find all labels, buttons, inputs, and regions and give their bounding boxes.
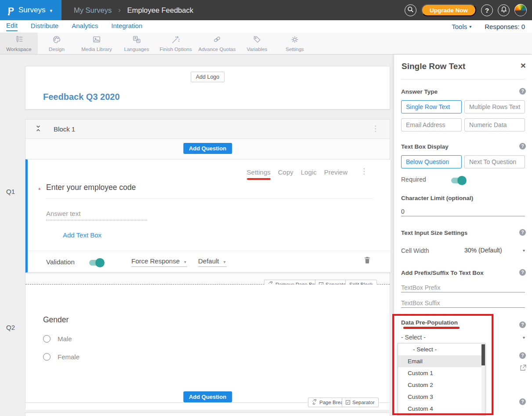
svg-text:A: A — [138, 39, 140, 42]
answer-option-male: Male — [43, 335, 72, 343]
answer-type-single-row[interactable]: Single Row Text — [401, 100, 462, 113]
help-icon[interactable]: ? — [519, 352, 526, 359]
dropdown-option-email[interactable]: Email — [398, 355, 482, 367]
block-title[interactable]: Block 1 — [54, 125, 75, 133]
answer-text-input[interactable] — [46, 209, 147, 220]
display-below-question[interactable]: Below Question — [401, 155, 462, 168]
dropdown-option-custom2[interactable]: Custom 2 — [398, 379, 482, 391]
answer-type-numeric[interactable]: Numeric Data — [464, 118, 525, 131]
user-avatar[interactable] — [514, 4, 527, 16]
toolbar-item-variables[interactable]: Variables — [238, 33, 276, 54]
question-menu-dots-icon[interactable]: ⋮ — [360, 168, 368, 175]
force-response-select[interactable]: Force Response ▾ — [131, 257, 187, 267]
answer-type-multiple-rows[interactable]: Multiple Rows Text — [464, 100, 525, 113]
chevron-down-icon: ▾ — [469, 24, 471, 29]
answer-option-female: Female — [43, 353, 80, 361]
dropdown-option-custom3[interactable]: Custom 3 — [398, 391, 482, 403]
add-question-button-bottom[interactable]: Add Question — [183, 391, 232, 402]
add-logo-button[interactable]: Add Logo — [191, 72, 225, 82]
dropdown-option-select[interactable]: - Select - — [398, 343, 482, 355]
help-icon[interactable]: ? — [519, 88, 526, 95]
data-prepopulation-select[interactable]: - Select - — [401, 334, 525, 341]
survey-title[interactable]: Feedback Q3 2020 — [43, 92, 120, 102]
cell-width-label: Cell Width — [401, 247, 429, 254]
bell-icon — [501, 6, 507, 14]
top-actions: Upgrade Now ? — [405, 4, 532, 16]
toolbar-item-media-library[interactable]: Media Library — [76, 33, 118, 54]
required-label: Required — [401, 176, 426, 183]
question-number-q2: Q2 — [6, 324, 15, 331]
annotation-underline — [403, 327, 460, 329]
search-button[interactable] — [405, 4, 416, 16]
separator-label: Separator — [352, 400, 375, 405]
separator-button-bottom[interactable]: ✓ Separator — [342, 398, 379, 407]
answer-type-email[interactable]: Email Address — [401, 118, 462, 131]
chevron-down-icon[interactable]: ▾ — [523, 248, 525, 253]
dropdown-scrollbar-thumb[interactable] — [481, 344, 485, 365]
default-select[interactable]: Default ▾ — [198, 257, 227, 267]
toolbar-item-workspace[interactable]: Workspace — [0, 33, 38, 54]
chevron-down-icon[interactable]: ▾ — [523, 335, 525, 340]
tab-question-copy[interactable]: Copy — [278, 168, 293, 180]
tab-analytics[interactable]: Analytics — [72, 22, 98, 31]
close-icon[interactable]: × — [521, 61, 526, 70]
radio-female[interactable] — [43, 353, 51, 361]
validation-toggle[interactable] — [89, 260, 104, 266]
tab-integration[interactable]: Integration — [111, 22, 142, 31]
dropdown-option-custom1[interactable]: Custom 1 — [398, 367, 482, 379]
top-bar: P Surveys ▾ My Surveys › Employee Feedba… — [0, 0, 532, 20]
breadcrumb-my-surveys[interactable]: My Surveys — [74, 6, 112, 15]
upgrade-now-button[interactable]: Upgrade Now — [421, 4, 476, 16]
add-text-box-link[interactable]: Add Text Box — [63, 231, 101, 239]
delete-question-button[interactable] — [364, 256, 370, 265]
tab-edit[interactable]: Edit — [6, 22, 18, 31]
character-limit-input[interactable] — [401, 207, 525, 216]
tab-question-preview[interactable]: Preview — [324, 168, 347, 180]
tab-question-logic[interactable]: Logic — [301, 168, 317, 180]
notifications-button[interactable] — [498, 4, 510, 16]
help-button[interactable]: ? — [481, 4, 493, 16]
dropdown-option-custom4[interactable]: Custom 4 — [398, 403, 482, 415]
chain-links-icon — [212, 35, 222, 45]
editor-main: Q1 Q2 Add Logo Feedback Q3 2020 Block 1 … — [0, 55, 532, 416]
textbox-prefix-input[interactable] — [401, 283, 525, 292]
cell-width-value[interactable]: 30% (Default) — [464, 247, 502, 254]
tab-question-settings[interactable]: Settings — [247, 168, 271, 180]
toolbar-item-languages[interactable]: A Languages — [118, 33, 156, 54]
block-menu-dots-icon[interactable]: ⋮ — [372, 125, 379, 132]
tab-distribute[interactable]: Distribute — [31, 22, 58, 31]
toolbar-item-settings[interactable]: Settings — [276, 33, 314, 54]
dropdown-scrollbar[interactable] — [481, 343, 485, 416]
help-icon[interactable]: ? — [519, 321, 526, 328]
text-input-size-label: Text Input Size Settings — [401, 230, 467, 236]
collapse-icon[interactable] — [35, 125, 41, 134]
toolbar-item-design[interactable]: Design — [38, 33, 76, 54]
tag-icon — [252, 35, 262, 45]
product-menu-label: Surveys — [18, 6, 45, 15]
block-header: Block 1 ⋮ — [25, 120, 390, 139]
product-menu[interactable]: P Surveys ▾ — [0, 0, 62, 20]
toolbar-item-label: Media Library — [81, 47, 112, 52]
question-text-q2[interactable]: Gender — [43, 315, 69, 325]
question-text-q1[interactable]: Enter your employee code — [46, 183, 136, 192]
external-link-icon[interactable] — [520, 365, 526, 373]
responses-count[interactable]: Responses: 0 — [485, 23, 525, 30]
help-icon[interactable]: ? — [519, 143, 526, 150]
question-mark-icon: ? — [485, 7, 489, 14]
tools-menu[interactable]: Tools ▾ — [452, 23, 471, 30]
required-toggle[interactable] — [451, 178, 466, 183]
help-icon[interactable]: ? — [519, 229, 526, 236]
answer-type-label: Answer Type — [401, 88, 438, 95]
panel-title: Single Row Text — [402, 62, 465, 71]
validation-label: Validation — [46, 258, 75, 266]
toolbar-item-advance-quotas[interactable]: Advance Quotas — [196, 33, 238, 54]
workspace-icon — [14, 35, 24, 45]
radio-male[interactable] — [43, 335, 51, 343]
add-question-button-top[interactable]: Add Question — [183, 143, 232, 154]
help-icon[interactable]: ? — [519, 398, 526, 405]
display-next-to-question[interactable]: Next To Question — [464, 155, 525, 168]
textbox-suffix-input[interactable] — [401, 298, 525, 308]
help-icon[interactable]: ? — [519, 269, 526, 276]
breadcrumb: My Surveys › Employee Feedback — [74, 6, 193, 15]
toolbar-item-finish-options[interactable]: Finish Options — [156, 33, 196, 54]
